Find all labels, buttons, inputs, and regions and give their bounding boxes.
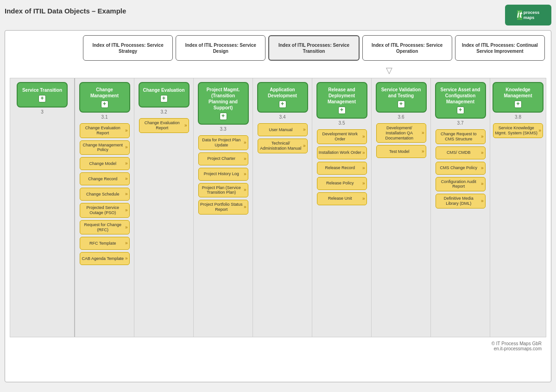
arrow-icon: » <box>481 165 484 171</box>
process-project-mgmt[interactable]: Project Magmt. (Transition Planning and … <box>198 82 249 125</box>
arrow-icon: » <box>244 187 246 193</box>
item-cms-change-policy[interactable]: CMS Change Policy » <box>436 162 486 175</box>
down-arrow: ▽ <box>10 65 546 76</box>
top-bar: Index of ITIL Data Objects – Example it … <box>5 5 551 25</box>
expand-knowledge-management[interactable]: + <box>514 101 522 108</box>
col-service-validation: Service Validation and Testing + 3.6 Dev… <box>372 78 431 337</box>
arrow-icon: » <box>244 156 246 162</box>
process-service-transition[interactable]: Service Transition + <box>17 82 68 107</box>
item-dev-install-qa[interactable]: Development/ Installation QA Documentati… <box>376 123 426 143</box>
content-area: Service Transition + 3 Change Management… <box>10 78 546 337</box>
process-knowledge-management[interactable]: Knowledge Management + <box>493 82 543 113</box>
number-service-validation: 3.6 <box>398 114 404 120</box>
col-release-deployment: Release and Deployment Management + 3.5 … <box>312 78 372 337</box>
header-service-strategy[interactable]: Index of ITIL Processes: Service Strateg… <box>83 35 173 61</box>
item-dml[interactable]: Definitive Media Library (DML) » <box>436 194 486 209</box>
process-service-asset[interactable]: Service Asset and Configuration Manageme… <box>435 82 486 119</box>
logo-line1: process <box>524 10 540 15</box>
expand-project-mgmt[interactable]: + <box>220 113 227 120</box>
arrow-icon: » <box>125 128 128 133</box>
logo: it process maps <box>505 5 551 25</box>
arrow-icon: » <box>184 123 187 128</box>
col-app-development: Application Development + 3.4 User Manua… <box>253 78 312 337</box>
footer-line2: en.it-processmaps.com <box>10 346 542 351</box>
item-skms[interactable]: Service Knowledge Mgmt. System (SKMS) » <box>493 123 543 138</box>
arrow-icon: » <box>244 140 246 145</box>
arrow-icon: » <box>125 225 128 230</box>
item-rfc[interactable]: Request for Change (RFC) » <box>80 220 130 235</box>
col-change-management: Change Management + 3.1 Change Evaluatio… <box>75 78 134 337</box>
item-change-eval-report[interactable]: Change Evaluation Report » <box>80 123 130 138</box>
item-project-plan[interactable]: Project Plan (Service Transition Plan) » <box>198 183 248 198</box>
item-release-record[interactable]: Release Record » <box>317 162 367 175</box>
arrow-icon: » <box>362 150 365 156</box>
expand-change-evaluation[interactable]: + <box>160 95 168 102</box>
expand-change-management[interactable]: + <box>101 101 108 108</box>
arrow-icon: » <box>362 196 365 202</box>
arrow-icon: » <box>422 130 424 136</box>
header-service-design[interactable]: Index of ITIL Processes: Service Design <box>176 35 265 61</box>
process-release-deployment[interactable]: Release and Deployment Management + <box>316 82 367 119</box>
header-service-transition[interactable]: Index of ITIL Processes: Service Transit… <box>268 35 359 61</box>
item-tech-admin-manual[interactable]: Technical/ Administration Manual » <box>258 139 308 153</box>
process-change-management[interactable]: Change Management + <box>79 82 130 113</box>
process-app-development[interactable]: Application Development + <box>257 82 308 113</box>
arrow-icon: » <box>125 176 128 182</box>
number-release-deployment: 3.5 <box>339 120 345 126</box>
number-change-management: 3.1 <box>101 114 108 120</box>
item-release-policy[interactable]: Release Policy » <box>317 177 367 190</box>
logo-it-text: it <box>517 10 522 20</box>
number-app-development: 3.4 <box>279 114 286 120</box>
item-install-work-order[interactable]: Installation Work Order » <box>317 146 367 159</box>
item-change-request-cms[interactable]: Change Request to CMS Structure » <box>436 129 486 144</box>
logo-tagline: process maps <box>524 10 540 20</box>
arrow-icon: » <box>422 149 424 154</box>
item-config-audit-report[interactable]: Configuration Audit Report » <box>436 177 486 192</box>
item-change-model[interactable]: Change Model » <box>80 157 130 170</box>
process-service-validation[interactable]: Service Validation and Testing + <box>376 82 427 113</box>
item-change-schedule[interactable]: Change Schedule » <box>80 188 130 201</box>
item-change-record[interactable]: Change Record » <box>80 172 130 185</box>
number-project-mgmt: 3.3 <box>220 126 227 132</box>
item-change-mgmt-policy[interactable]: Change Management Policy » <box>80 140 130 155</box>
item-data-project-plan[interactable]: Data for Project Plan Update » <box>198 135 248 150</box>
expand-release-deployment[interactable]: + <box>338 107 346 114</box>
expand-service-transition[interactable]: + <box>38 95 46 102</box>
item-release-unit[interactable]: Release Unit » <box>317 192 367 205</box>
arrow-icon: » <box>125 208 128 213</box>
expand-app-development[interactable]: + <box>279 101 286 108</box>
item-project-history-log[interactable]: Project History Log » <box>198 168 248 181</box>
arrow-icon: » <box>303 127 306 133</box>
arrow-icon: » <box>125 191 128 197</box>
number-knowledge-management: 3.8 <box>515 114 521 120</box>
arrow-icon: » <box>538 128 541 133</box>
arrow-icon: » <box>481 198 484 204</box>
item-project-charter[interactable]: Project Charter » <box>198 152 248 165</box>
col-knowledge-management: Knowledge Management + 3.8 Service Knowl… <box>490 78 546 337</box>
item-project-portfolio[interactable]: Project Portfolio Status Report » <box>198 200 248 215</box>
process-change-evaluation[interactable]: Change Evaluation + <box>139 82 190 107</box>
header-row: Index of ITIL Processes: Service Strateg… <box>10 35 546 61</box>
item-dev-work-order[interactable]: Development Work Order » <box>317 129 367 144</box>
item-pso[interactable]: Projected Service Outage (PSO) » <box>80 203 130 218</box>
col-service-asset: Service Asset and Configuration Manageme… <box>431 78 490 337</box>
item-cab-agenda[interactable]: CAB Agenda Template » <box>80 252 130 265</box>
expand-service-validation[interactable]: + <box>398 101 405 108</box>
expand-service-asset[interactable]: + <box>457 107 464 114</box>
header-service-operation[interactable]: Index of ITIL Processes: Service Operati… <box>362 35 452 61</box>
col-change-evaluation: Change Evaluation + 3.2 Change Evaluatio… <box>134 78 194 337</box>
page: Index of ITIL Data Objects – Example it … <box>0 0 556 392</box>
item-cms-cmdb[interactable]: CMS/ CMDB » <box>436 146 486 159</box>
page-title: Index of ITIL Data Objects – Example <box>5 5 126 17</box>
header-csi[interactable]: Index of ITIL Processes: Continual Servi… <box>455 35 545 61</box>
main-diagram: Index of ITIL Processes: Service Strateg… <box>5 30 551 382</box>
col-service-transition: Service Transition + 3 <box>10 78 75 337</box>
item-cheval-report[interactable]: Change Evaluation Report » <box>139 118 189 133</box>
arrow-icon: » <box>481 181 484 187</box>
item-rfc-template[interactable]: RFC Template » <box>80 237 130 250</box>
item-user-manual[interactable]: User Manual » <box>258 123 308 136</box>
arrow-icon: » <box>125 256 128 261</box>
item-test-model[interactable]: Test Model » <box>376 145 426 158</box>
arrow-icon: » <box>481 134 484 139</box>
arrow-icon: » <box>125 145 128 150</box>
